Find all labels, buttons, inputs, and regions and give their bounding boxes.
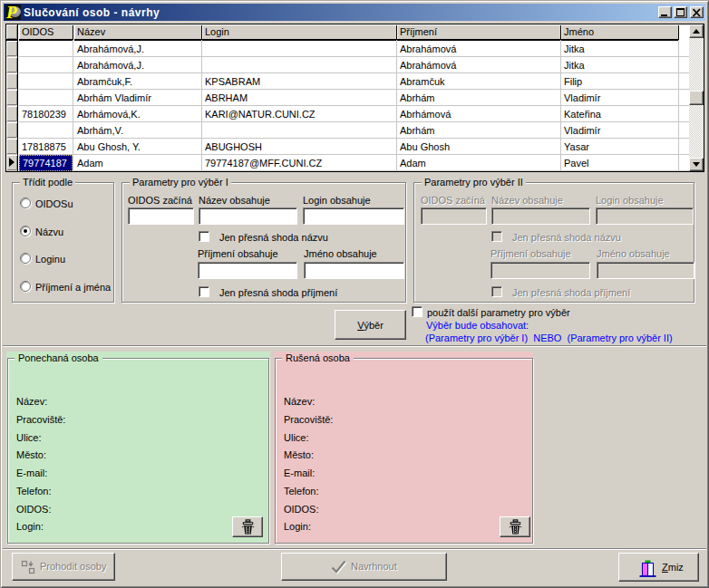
svg-text:P: P <box>5 5 17 20</box>
